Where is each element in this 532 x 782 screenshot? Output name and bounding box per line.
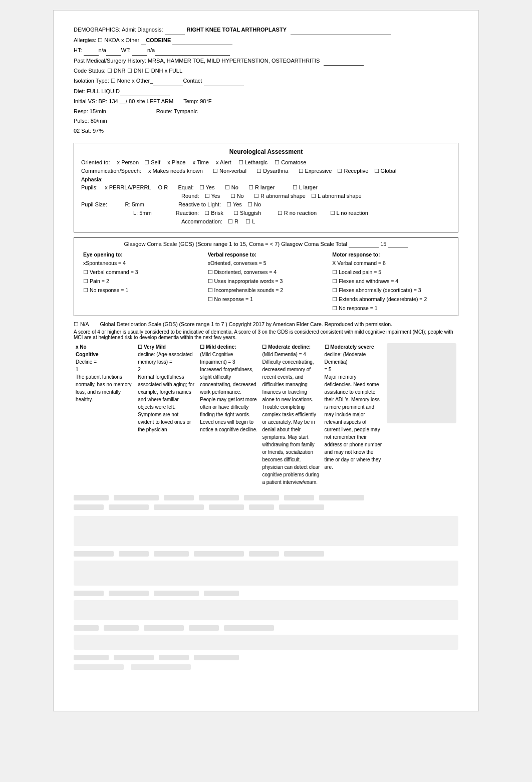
reaction-label: Reaction: <box>176 210 199 216</box>
gcs-total: 15 <box>380 241 386 247</box>
pupils-l-abnormal: ☐ L abnormal shape <box>311 193 362 199</box>
redacted-row-2 <box>74 504 458 510</box>
other: x Other <box>121 36 139 45</box>
redacted-block-3 <box>74 600 458 620</box>
isolation-other: x Other_ <box>132 77 153 86</box>
accommodation-l: ☐ L <box>245 218 255 225</box>
redacted-rows <box>74 495 458 670</box>
redacted-row-3 <box>74 551 458 557</box>
pupils-equal-label: Equal: <box>178 184 193 190</box>
nkda: ☐ NKDA <box>98 36 120 45</box>
reactive-no: ☐ No <box>247 201 261 208</box>
comm-nonverbal: ☐ Non-verbal <box>213 168 246 174</box>
route-value: Tympanic <box>174 107 197 116</box>
ht-value: n/a <box>99 46 106 55</box>
ivs-temp-label: Temp: <box>183 97 198 106</box>
redacted-area <box>387 343 456 423</box>
oriented-comatose: ☐ Comatose <box>275 159 306 166</box>
gcs-title: Glasgow Coma Scale (GCS) (Score range 1 … <box>79 241 453 247</box>
isolation-label: Isolation Type: <box>74 77 109 86</box>
demographics-section: DEMOGRAPHICS: Admit Diagnosis: RIGHT KNE… <box>74 26 458 136</box>
oriented-label: Oriented to: <box>81 159 110 165</box>
neuro-section: Neurological Assessment Oriented to: x P… <box>74 143 458 232</box>
code-full: x FULL <box>165 67 182 76</box>
oriented-lethargic: ☐ Lethargic <box>238 159 268 166</box>
wt-label: WT: <box>121 46 131 55</box>
gds-col-1: ☐ Very Mild decline: (Age-associated mem… <box>136 343 198 433</box>
code-dni: ☐ DNI <box>127 67 143 76</box>
ivs-temp: 98*F <box>200 97 211 106</box>
pupils-or: O R <box>158 184 168 190</box>
comm-aphasia: Aphasia: <box>81 176 103 182</box>
pupils-round-label: Round: <box>181 193 199 199</box>
o2-label: 02 Sat: <box>74 127 91 136</box>
gds-title: Global Deterioration Scale (GDS) (Score … <box>100 321 392 327</box>
gds-description: A score of 4 or higher is usually consid… <box>74 329 458 340</box>
pupils-no: ☐ No <box>225 184 238 191</box>
pupils-round-no: ☐ No <box>230 193 244 199</box>
pupils-r-larger: ☐ R larger <box>248 184 275 191</box>
ivs-site: site LEFT ARM <box>136 97 173 106</box>
redacted-row-6 <box>74 655 458 660</box>
ivs-bp: 134 __/ 80 <box>109 97 135 106</box>
redacted-block-4 <box>74 635 458 650</box>
isolation-none: ☐ None <box>111 77 130 86</box>
gds-section: ☐ N/A Global Deterioration Scale (GDS) (… <box>74 321 458 670</box>
accommodation-label: Accommodation: <box>181 218 222 224</box>
oriented-place: x Place <box>167 159 185 165</box>
o2-value: 97% <box>93 127 104 136</box>
redacted-row-4 <box>74 591 458 596</box>
gds-columns: x No Cognitive Decline = 1 The patient f… <box>74 343 458 486</box>
diet-label: Diet: <box>74 87 85 96</box>
redacted-row-5 <box>74 625 458 631</box>
redacted-block-2 <box>74 561 458 586</box>
pupils-label: Pupils: <box>81 184 98 190</box>
oriented-person: x Person <box>117 159 139 165</box>
comm-expressive: ☐ Expressive <box>299 168 332 174</box>
pupils-perrla: x PERRLA/PERRL <box>105 184 151 190</box>
gcs-motor-col: Motor response to: X Verbal command = 6 … <box>328 250 453 313</box>
pupil-l: L: 5mm <box>133 210 152 216</box>
code-dnr: ☐ DNR <box>107 67 126 76</box>
gcs-eye-label: Eye opening to: <box>83 250 200 259</box>
reactive-yes: ☐ Yes <box>226 201 242 208</box>
oriented-self: ☐ Self <box>144 159 160 166</box>
comm-receptive: ☐ Receptive <box>337 168 368 174</box>
allergies-label: Allergies: <box>74 36 96 45</box>
gds-col-3: ☐ Moderate decline: (Mild Dementia) = 4 … <box>260 343 322 486</box>
pupils-round-yes: ☐ Yes <box>205 193 220 199</box>
pupils-r-abnormal: ☐ R abnormal shape <box>254 193 306 199</box>
resp-value: 15/min <box>90 107 106 116</box>
redacted-block-1 <box>74 516 458 546</box>
route-label: Route: <box>156 107 172 116</box>
reaction-r-none: ☐ R no reaction <box>278 210 317 216</box>
gcs-verbal-col: Verbal response to: xOriented, converses… <box>204 250 329 313</box>
comm-global: ☐ Global <box>374 168 397 174</box>
gds-col-2: ☐ Mild decline: (Mild Cognitive Impairme… <box>198 343 260 433</box>
comm-label: Communication/Speech: <box>81 168 141 174</box>
gds-col-redacted <box>385 343 458 423</box>
ivs-label: Initial VS: BP: <box>74 97 107 106</box>
code-status-label: Code Status: <box>74 67 106 76</box>
reaction-brisk: ☐ Brisk <box>204 210 223 216</box>
neuro-title: Neurological Assessment <box>81 148 451 155</box>
pulse-label: Pulse: <box>74 117 89 126</box>
pupil-r: R: 5mm <box>125 201 145 207</box>
pulse-value: 80/min <box>91 117 107 126</box>
comm-makes: x Makes needs known <box>148 168 203 174</box>
reactive-label: Reactive to Light: <box>178 201 221 207</box>
past-medical-value: MRSA, HAMMER TOE, MILD HYPERTENSTION, OS… <box>148 57 320 66</box>
resp-label: Resp: <box>74 107 88 116</box>
comm-dysarthria: ☐ Dysarthria <box>256 168 288 174</box>
gcs-verbal-label: Verbal response to: <box>208 250 325 259</box>
codeine: CODEINE <box>146 36 171 45</box>
gds-na-label: ☐ N/A <box>74 321 89 327</box>
gcs-section: Glasgow Coma Scale (GCS) (Score range 1 … <box>74 237 458 317</box>
oriented-time: x Time <box>192 159 208 165</box>
wt-value: n/a <box>147 46 155 55</box>
code-dnh: ☐ DNH <box>145 67 163 76</box>
pupil-size-label: Pupil Size: <box>81 201 107 207</box>
gcs-eye-col: Eye opening to: xSpontaneous = 4 ☐ Verba… <box>79 250 204 313</box>
redacted-row-1 <box>74 495 458 500</box>
diagnosis: RIGHT KNEE TOTAL ARTHROPLASTY <box>187 26 287 35</box>
